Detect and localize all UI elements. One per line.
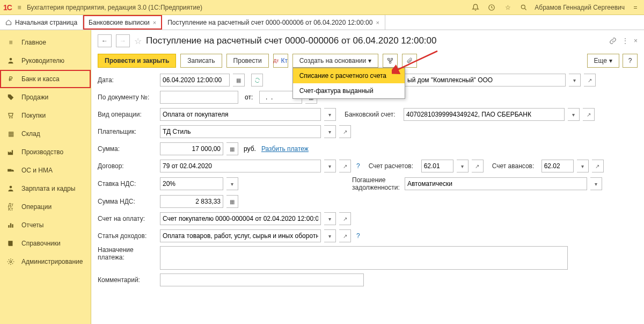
- sidebar-item-production[interactable]: Производство: [0, 143, 91, 161]
- sidebar-item-main[interactable]: ≡Главное: [0, 33, 91, 52]
- vatsum-input[interactable]: [160, 195, 223, 208]
- adv-label: Счет авансов:: [492, 162, 538, 170]
- close-icon[interactable]: ×: [634, 37, 638, 45]
- doc-title: Поступление на расчетный счет 0000-00000…: [146, 35, 437, 46]
- open-icon[interactable]: ↗: [592, 160, 604, 172]
- home-icon: [5, 19, 12, 26]
- sidebar-item-assets[interactable]: ОС и НМА: [0, 161, 91, 179]
- chevron-down-icon[interactable]: ▾: [324, 125, 336, 138]
- vatrate-input[interactable]: [160, 177, 223, 190]
- star-icon[interactable]: ☆: [134, 36, 142, 46]
- date-input[interactable]: [160, 74, 230, 87]
- split-payment-link[interactable]: Разбить платеж: [261, 145, 309, 153]
- calendar-icon[interactable]: ▦: [233, 74, 245, 87]
- bell-icon[interactable]: [470, 2, 481, 13]
- chevron-down-icon[interactable]: ▾: [324, 108, 336, 121]
- history-icon[interactable]: [486, 2, 497, 13]
- sidebar-item-catalogs[interactable]: Справочники: [0, 234, 91, 253]
- more-button[interactable]: Еще▾: [587, 54, 619, 68]
- logo-1c: 1C: [3, 3, 12, 12]
- equals-icon[interactable]: =: [630, 2, 641, 13]
- org-input[interactable]: [405, 74, 566, 87]
- chevron-down-icon[interactable]: ▾: [457, 160, 469, 172]
- sum-input[interactable]: [160, 142, 223, 155]
- close-icon[interactable]: ×: [153, 19, 156, 26]
- app-topbar: 1C ≡ Бухгалтерия предприятия, редакция 3…: [0, 0, 644, 15]
- tab-home[interactable]: Начальная страница: [0, 15, 83, 30]
- chevron-down-icon[interactable]: ▾: [324, 229, 336, 242]
- payer-label: Плательщик:: [98, 128, 157, 135]
- invoice-input[interactable]: [160, 212, 321, 225]
- adv-input[interactable]: [541, 160, 574, 172]
- sidebar-item-sales[interactable]: Продажи: [0, 88, 91, 106]
- chevron-down-icon[interactable]: ▾: [590, 177, 602, 190]
- sidebar-item-hr[interactable]: Зарплата и кадры: [0, 179, 91, 198]
- post-button[interactable]: Провести: [226, 54, 269, 68]
- income-input[interactable]: [160, 229, 321, 242]
- purpose-textarea[interactable]: [160, 246, 568, 270]
- menu-item-writeoff[interactable]: Списание с расчетного счета: [293, 68, 405, 83]
- calc-icon[interactable]: ▦: [226, 195, 238, 208]
- attach-button[interactable]: [402, 54, 417, 68]
- sidebar-item-manager[interactable]: Руководителю: [0, 52, 91, 70]
- open-icon[interactable]: ↗: [339, 212, 351, 225]
- sidebar-label: Отчеты: [21, 221, 43, 229]
- open-icon[interactable]: ↗: [583, 108, 595, 121]
- sidebar-item-bank[interactable]: ₽Банк и касса: [0, 70, 91, 88]
- open-icon[interactable]: ↗: [339, 229, 351, 242]
- dtkt-button[interactable]: ДтКт: [273, 54, 288, 68]
- comment-input[interactable]: [160, 273, 364, 286]
- bankacc-input[interactable]: [404, 108, 565, 121]
- close-icon[interactable]: ×: [376, 19, 379, 26]
- bankacc-label: Банковский счет:: [345, 111, 400, 118]
- chevron-down-icon[interactable]: ▾: [569, 74, 581, 87]
- optype-input[interactable]: [160, 108, 321, 121]
- svg-point-4: [12, 118, 12, 118]
- open-icon[interactable]: ↗: [584, 74, 596, 87]
- chevron-down-icon[interactable]: ▾: [568, 108, 580, 121]
- open-icon[interactable]: ↗: [472, 160, 484, 172]
- chevron-down-icon[interactable]: ▾: [226, 177, 238, 190]
- help-icon[interactable]: ?: [356, 162, 360, 170]
- svg-point-6: [10, 186, 12, 189]
- contract-input[interactable]: [160, 160, 321, 172]
- search-icon[interactable]: [518, 2, 529, 13]
- tab-bank-statements[interactable]: Банковские выписки ×: [83, 15, 162, 30]
- sidebar-item-operations[interactable]: ДтКтОперации: [0, 198, 91, 216]
- chevron-down-icon[interactable]: ▾: [324, 212, 336, 225]
- back-button[interactable]: ←: [98, 34, 112, 47]
- app-title: Бухгалтерия предприятия, редакция 3.0 (1…: [27, 4, 202, 11]
- debt-input[interactable]: [405, 177, 587, 190]
- refresh-icon[interactable]: [251, 74, 263, 87]
- chevron-down-icon[interactable]: ▾: [324, 160, 336, 172]
- open-icon[interactable]: ↗: [339, 160, 351, 172]
- menu-item-invoice[interactable]: Счет-фактура выданный: [293, 83, 405, 98]
- toolbar: Провести и закрыть Записать Провести ДтК…: [91, 52, 644, 70]
- docnum-input[interactable]: [160, 91, 238, 104]
- docnum-label: По документу №:: [98, 93, 157, 101]
- calc-icon[interactable]: ▦: [226, 142, 238, 155]
- menu-icon[interactable]: ≡: [14, 2, 25, 13]
- post-and-close-button[interactable]: Провести и закрыть: [98, 54, 176, 68]
- help-icon[interactable]: ?: [356, 232, 360, 240]
- link-icon[interactable]: [609, 37, 617, 45]
- open-icon[interactable]: ↗: [339, 125, 351, 138]
- forward-button[interactable]: →: [116, 34, 130, 47]
- sidebar-item-warehouse[interactable]: ▦Склад: [0, 125, 91, 143]
- tag-icon: [6, 93, 15, 102]
- create-based-button[interactable]: Создать на основании▾: [292, 54, 379, 68]
- structure-button[interactable]: [383, 54, 398, 68]
- sidebar-item-purchases[interactable]: Покупки: [0, 106, 91, 125]
- acc-input[interactable]: [421, 160, 453, 172]
- chevron-down-icon[interactable]: ▾: [577, 160, 589, 172]
- sidebar-item-admin[interactable]: Администрирование: [0, 253, 91, 271]
- person-icon: [6, 56, 15, 65]
- user-name[interactable]: Абрамов Геннадий Сергеевич: [535, 4, 625, 11]
- tab-receipt-doc[interactable]: Поступление на расчетный счет 0000-00000…: [162, 15, 385, 30]
- payer-input[interactable]: [160, 125, 321, 138]
- kebab-icon[interactable]: ⋮: [622, 37, 628, 45]
- help-button[interactable]: ?: [623, 54, 638, 68]
- star-icon[interactable]: ☆: [502, 2, 513, 13]
- sidebar-item-reports[interactable]: Отчеты: [0, 216, 91, 234]
- save-button[interactable]: Записать: [180, 54, 222, 68]
